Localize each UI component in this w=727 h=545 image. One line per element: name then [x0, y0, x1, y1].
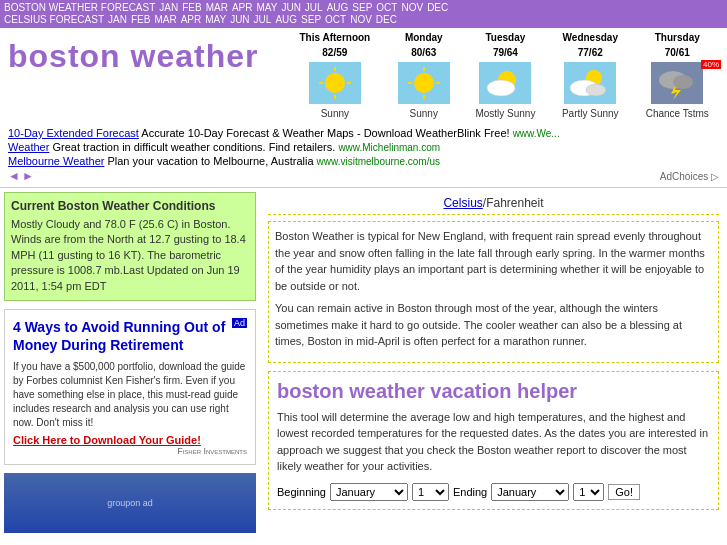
forecast-day-0: This Afternoon: [284, 30, 386, 45]
forecast-temp-4: 70/61: [632, 45, 723, 60]
unit-toggle: Celsius/Fahrenheit: [268, 192, 719, 215]
forecast-temp-1: 80/63: [386, 45, 462, 60]
svg-point-14: [487, 80, 515, 96]
forecast-cond-4: Chance Tstms: [632, 106, 723, 121]
advertisement-box: Ad 4 Ways to Avoid Running Out of Money …: [4, 309, 256, 465]
sunny-icon-0: [309, 62, 361, 104]
forecast-cond-2: Mostly Sunny: [462, 106, 549, 121]
forecast-cond-3: Partly Sunny: [549, 106, 632, 121]
ending-month-select[interactable]: JanuaryFebruaryMarch AprilMayJune JulyAu…: [491, 483, 569, 501]
current-conditions-text: Mostly Cloudy and 78.0 F (25.6 C) in Bos…: [11, 217, 249, 294]
weather-desc-para2: You can remain active in Boston through …: [275, 300, 712, 350]
forecast-temp-0: 82/59: [284, 45, 386, 60]
nav-sep-1[interactable]: SEP: [352, 2, 372, 13]
ad-link-1-green: www.Michelinman.com: [338, 142, 440, 153]
forecast-cond-1: Sunny: [386, 106, 462, 121]
ad-links-section: 10-Day Extended Forecast Accurate 10-Day…: [0, 123, 727, 188]
storm-badge: 40%: [701, 60, 721, 69]
go-button[interactable]: Go!: [608, 484, 640, 500]
prev-arrow[interactable]: ◄: [8, 169, 20, 183]
next-arrow[interactable]: ►: [22, 169, 34, 183]
current-conditions-title: Current Boston Weather Conditions: [11, 199, 249, 213]
nav-jun-2[interactable]: JUN: [230, 14, 249, 25]
ad-link-1: Weather Great traction in difficult weat…: [8, 141, 719, 153]
title-area: boston weather: [0, 28, 280, 83]
forecast-days-row: This Afternoon Monday Tuesday Wednesday …: [284, 30, 723, 45]
nav-sep-2[interactable]: SEP: [301, 14, 321, 25]
forecast-table: This Afternoon Monday Tuesday Wednesday …: [284, 30, 723, 121]
nav-nov-2[interactable]: NOV: [350, 14, 372, 25]
forecast-icon-2: [462, 60, 549, 106]
ad-body: If you have a $500,000 portfolio, downlo…: [13, 360, 247, 430]
ad-cta-link[interactable]: Click Here to Download Your Guide!: [13, 434, 247, 446]
nav-feb-2[interactable]: FEB: [131, 14, 150, 25]
ad-link-0: 10-Day Extended Forecast Accurate 10-Day…: [8, 127, 719, 139]
nav-jul-2[interactable]: JUL: [254, 14, 272, 25]
svg-point-18: [586, 84, 606, 96]
beginning-day-select[interactable]: 12345 678910: [412, 483, 449, 501]
beginning-month-select[interactable]: JanuaryFebruaryMarch AprilMayJune JulyAu…: [330, 483, 408, 501]
forecast-icon-1: [386, 60, 462, 106]
nav-row-2: CELSIUS FORECAST JAN FEB MAR APR MAY JUN…: [4, 14, 723, 25]
ad-link-2: Melbourne Weather Plan your vacation to …: [8, 155, 719, 167]
nav-nov-1[interactable]: NOV: [401, 2, 423, 13]
vacation-helper-desc: This tool will determine the average low…: [277, 409, 710, 475]
nav-may-1[interactable]: MAY: [256, 2, 277, 13]
ad-link-0-anchor[interactable]: 10-Day Extended Forecast: [8, 127, 139, 139]
forecast-day-2: Tuesday: [462, 30, 549, 45]
svg-point-21: [673, 75, 693, 89]
nav-row2-label: CELSIUS FORECAST: [4, 14, 104, 25]
partly-sunny-icon: [564, 62, 616, 104]
ad-title: 4 Ways to Avoid Running Out of Money Dur…: [13, 318, 247, 354]
forecast-day-4: Thursday: [632, 30, 723, 45]
nav-aug-2[interactable]: AUG: [275, 14, 297, 25]
current-conditions-box: Current Boston Weather Conditions Mostly…: [4, 192, 256, 301]
page-title: boston weather: [8, 38, 272, 75]
ending-day-select[interactable]: 12345: [573, 483, 604, 501]
left-panel: Current Boston Weather Conditions Mostly…: [0, 188, 260, 537]
nav-oct-2[interactable]: OCT: [325, 14, 346, 25]
nav-row-1: BOSTON WEATHER FORECAST JAN FEB MAR APR …: [4, 2, 723, 13]
forecast-temps-row: 82/59 80/63 79/64 77/62 70/61: [284, 45, 723, 60]
ad-link-0-desc: Accurate 10-Day Forecast & Weather Maps …: [141, 127, 509, 139]
main-content: Current Boston Weather Conditions Mostly…: [0, 188, 727, 537]
ad-link-1-anchor[interactable]: Weather: [8, 141, 49, 153]
nav-dec-1[interactable]: DEC: [427, 2, 448, 13]
vacation-helper-title: boston weather vacation helper: [277, 380, 710, 403]
header-area: boston weather This Afternoon Monday Tue…: [0, 28, 727, 123]
right-panel: Celsius/Fahrenheit Boston Weather is typ…: [260, 188, 727, 537]
forecast-bar: This Afternoon Monday Tuesday Wednesday …: [280, 28, 727, 123]
nav-mar-2[interactable]: MAR: [154, 14, 176, 25]
top-navigation: BOSTON WEATHER FORECAST JAN FEB MAR APR …: [0, 0, 727, 28]
nav-jun-1[interactable]: JUN: [281, 2, 300, 13]
storms-icon: [651, 62, 703, 104]
nav-row1-label: BOSTON WEATHER FORECAST: [4, 2, 155, 13]
nav-oct-1[interactable]: OCT: [376, 2, 397, 13]
nav-feb-1[interactable]: FEB: [182, 2, 201, 13]
nav-jan-1[interactable]: JAN: [159, 2, 178, 13]
ad-link-0-green: www.We...: [513, 128, 560, 139]
ad-link-2-desc: Plan your vacation to Melbourne, Austral…: [107, 155, 313, 167]
nav-apr-2[interactable]: APR: [181, 14, 202, 25]
nav-jul-1[interactable]: JUL: [305, 2, 323, 13]
nav-mar-1[interactable]: MAR: [206, 2, 228, 13]
nav-apr-1[interactable]: APR: [232, 2, 253, 13]
forecast-icon-4: 40%: [632, 60, 723, 106]
forecast-day-1: Monday: [386, 30, 462, 45]
forecast-icon-0: [284, 60, 386, 106]
nav-aug-1[interactable]: AUG: [327, 2, 349, 13]
ad-link-2-anchor[interactable]: Melbourne Weather: [8, 155, 104, 167]
forecast-temp-3: 77/62: [549, 45, 632, 60]
nav-may-2[interactable]: MAY: [205, 14, 226, 25]
forecast-cond-0: Sunny: [284, 106, 386, 121]
celsius-link[interactable]: Celsius: [443, 196, 482, 210]
fahrenheit-label: Fahrenheit: [486, 196, 543, 210]
forecast-day-3: Wednesday: [549, 30, 632, 45]
mostly-sunny-icon: [479, 62, 531, 104]
ad-link-2-green: www.visitmelbourne.com/us: [317, 156, 440, 167]
adchoices-label: AdChoices ▷: [34, 171, 719, 182]
nav-dec-2[interactable]: DEC: [376, 14, 397, 25]
beginning-label: Beginning: [277, 486, 326, 498]
nav-jan-2[interactable]: JAN: [108, 14, 127, 25]
weather-description: Boston Weather is typical for New Englan…: [268, 221, 719, 363]
